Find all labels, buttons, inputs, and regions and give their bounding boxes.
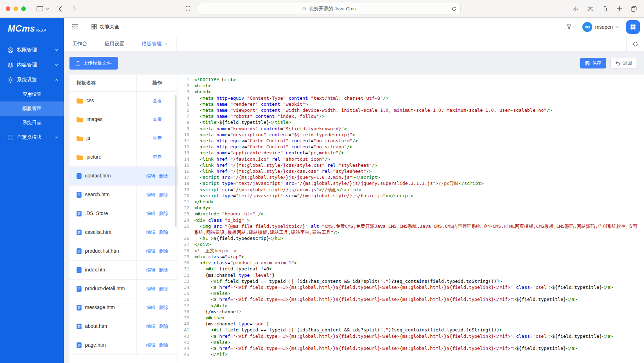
- edit-link[interactable]: 编辑: [146, 192, 156, 198]
- reload-icon[interactable]: [452, 6, 457, 11]
- all-features-menu[interactable]: 功能大全: [91, 24, 126, 30]
- delete-link[interactable]: 删除: [159, 304, 168, 311]
- code-line[interactable]: 43 <#else>: [178, 339, 644, 345]
- code-editor[interactable]: 1<!DOCTYPE html>2<html>3<head>4 <meta ht…: [178, 75, 644, 363]
- tab-workbench[interactable]: 工作台: [64, 36, 96, 51]
- view-link[interactable]: 查看: [153, 116, 162, 123]
- code-line[interactable]: 29<div class="wrap">: [178, 254, 644, 260]
- code-line[interactable]: 21</head>: [178, 199, 644, 205]
- tab-overview-icon[interactable]: [629, 4, 638, 14]
- sidebar-item-permissions[interactable]: 权限管理: [0, 43, 64, 57]
- code-line[interactable]: 22<body>: [178, 205, 644, 211]
- forward-icon[interactable]: [70, 4, 79, 14]
- code-line[interactable]: 32 {ms:channel type='level'}: [178, 272, 644, 278]
- tab-template-manage[interactable]: 模版管理×: [133, 36, 177, 51]
- code-line[interactable]: 26 <h1 >${field.typedescrip}</h1>: [178, 235, 644, 241]
- code-line[interactable]: 36 <a href="<#if field.type==3>{ms:globa…: [178, 296, 644, 302]
- code-line[interactable]: 9 <meta name="keywords" content="${field…: [178, 126, 644, 132]
- edit-link[interactable]: 编辑: [146, 210, 156, 217]
- code-line[interactable]: 45 </#if>: [178, 351, 644, 357]
- edit-link[interactable]: 编辑: [146, 173, 156, 179]
- file-row[interactable]: caselist.htm编辑删除: [69, 223, 178, 242]
- delete-link[interactable]: 删除: [159, 210, 168, 217]
- code-line[interactable]: 18 <script type="text/javascript" src="/…: [178, 180, 644, 186]
- code-line[interactable]: 11 <meta http-equiv="Cache-Control" cont…: [178, 138, 644, 144]
- address-bar[interactable]: 免费开源的 Java Cms: [198, 3, 461, 15]
- file-list-scrollbar-thumb[interactable]: [175, 95, 177, 227]
- code-line[interactable]: 15 <link href="/{ms:global.style/}css/st…: [178, 162, 644, 168]
- file-row[interactable]: product-list.htm编辑删除: [69, 242, 178, 261]
- view-link[interactable]: 查看: [153, 98, 162, 104]
- delete-link[interactable]: 删除: [159, 229, 168, 236]
- code-line[interactable]: 12 <meta http-equiv="Cache-Control" cont…: [178, 144, 644, 150]
- tab-app-settings[interactable]: 应用设置: [96, 36, 133, 51]
- sidebar-item-content[interactable]: 内容管理: [0, 57, 64, 72]
- file-row[interactable]: about.htm编辑删除: [69, 317, 178, 336]
- minimize-window-button[interactable]: [13, 6, 18, 11]
- code-line[interactable]: 33 <#if field.typeid == typeid || (ids?h…: [178, 278, 644, 284]
- code-line[interactable]: 25 <img src="{@ms:file field.typelitpic/…: [178, 223, 644, 235]
- code-line[interactable]: 7 <meta name="robots" content="index, fo…: [178, 113, 644, 119]
- sidebar-subitem-system-logs[interactable]: 系统日志: [0, 116, 64, 130]
- user-menu[interactable]: ms msopen: [582, 22, 619, 32]
- filter-menu[interactable]: [566, 24, 577, 29]
- edit-link[interactable]: 编辑: [146, 342, 156, 348]
- code-line[interactable]: 35 <#else>: [178, 290, 644, 296]
- code-line[interactable]: 37 </#if>: [178, 303, 644, 309]
- delete-link[interactable]: 删除: [159, 323, 168, 330]
- edit-link[interactable]: 编辑: [146, 229, 156, 236]
- sidebar-item-system-settings[interactable]: 系统设置: [0, 72, 64, 87]
- code-line[interactable]: 1<!DOCTYPE html>: [178, 77, 644, 83]
- code-line[interactable]: 31 <#if field.typeleaf !=0>: [178, 266, 644, 272]
- file-row[interactable]: search.htm编辑删除: [69, 186, 178, 204]
- code-line[interactable]: 39 <#else>: [178, 315, 644, 321]
- code-line[interactable]: 19 <script src="/{ms:global.style/}js/an…: [178, 187, 644, 193]
- view-link[interactable]: 查看: [153, 135, 162, 142]
- tab-refresh-button[interactable]: [626, 36, 644, 51]
- file-row[interactable]: page.htm编辑删除: [69, 336, 178, 355]
- delete-link[interactable]: 删除: [159, 173, 168, 179]
- sidebar-toggle-icon[interactable]: [35, 4, 44, 14]
- code-line[interactable]: 6 <meta name="viewport" content="width=d…: [178, 107, 644, 113]
- file-row[interactable]: css查看: [69, 92, 178, 110]
- new-tab-icon[interactable]: [615, 4, 624, 14]
- file-row[interactable]: message.htm编辑删除: [69, 298, 178, 317]
- close-window-button[interactable]: [6, 6, 10, 11]
- share-icon[interactable]: [600, 4, 609, 14]
- chevron-down-icon[interactable]: [46, 8, 49, 10]
- delete-link[interactable]: 删除: [159, 286, 168, 292]
- code-line[interactable]: 14 <link href="/favicon.ico" rel="shortc…: [178, 156, 644, 162]
- sidebar-item-custom-modules[interactable]: 自定义模块: [0, 130, 64, 145]
- code-line[interactable]: 4 <meta http-equiv="Content-Type" conten…: [178, 95, 644, 101]
- edit-link[interactable]: 编辑: [146, 286, 156, 292]
- delete-link[interactable]: 删除: [159, 267, 168, 273]
- code-line[interactable]: 8 <title>${field.typetitle}</title>: [178, 119, 644, 125]
- file-row[interactable]: .DS_Store编辑删除: [69, 204, 178, 223]
- code-line[interactable]: 40 {ms:channel type='son'}: [178, 321, 644, 327]
- file-row[interactable]: picture查看: [69, 148, 178, 167]
- edit-link[interactable]: 编辑: [146, 267, 156, 273]
- delete-link[interactable]: 删除: [159, 342, 168, 348]
- file-row[interactable]: images查看: [69, 110, 178, 129]
- save-button[interactable]: 保存: [580, 58, 606, 68]
- code-line[interactable]: 10 <meta name="description" content="${f…: [178, 132, 644, 138]
- file-row[interactable]: product-detail.htm编辑删除: [69, 280, 178, 298]
- back-button[interactable]: 返回: [610, 58, 637, 68]
- delete-link[interactable]: 删除: [159, 192, 168, 198]
- text-smaller-icon[interactable]: 小: [571, 4, 580, 14]
- file-row[interactable]: contact.htm编辑删除: [69, 167, 178, 186]
- sidebar-subitem-app-settings[interactable]: 应用设置: [0, 87, 64, 101]
- upload-template-button[interactable]: 上传模板文件: [69, 57, 118, 70]
- edit-link[interactable]: 编辑: [146, 304, 156, 311]
- code-line[interactable]: 41 <#if field.typeid == typeid || (ids?h…: [178, 327, 644, 333]
- code-line[interactable]: 28<!--正文begin-->: [178, 248, 644, 254]
- code-line[interactable]: 20 <script type="text/javascript" src="/…: [178, 193, 644, 199]
- edit-link[interactable]: 编辑: [146, 248, 156, 254]
- code-line[interactable]: 38 {/ms:channel}: [178, 309, 644, 315]
- back-icon[interactable]: [56, 4, 65, 14]
- code-line[interactable]: 24<div class="o_big" >: [178, 217, 644, 223]
- code-line[interactable]: 3<head>: [178, 89, 644, 95]
- code-line[interactable]: 16 <link href="/{ms:global.style/}css/cs…: [178, 168, 644, 174]
- code-line[interactable]: 13 <meta name="applicable-device" conten…: [178, 150, 644, 156]
- code-line[interactable]: 34 <a href='<#if field.type==3>{ms:globa…: [178, 284, 644, 290]
